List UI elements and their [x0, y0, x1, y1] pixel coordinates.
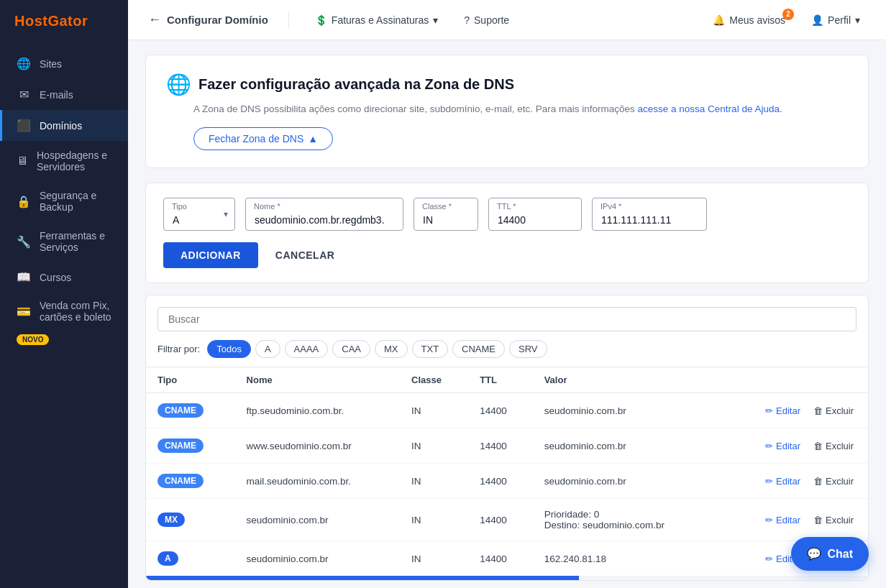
type-badge: A — [157, 551, 178, 566]
filter-mx-button[interactable]: MX — [375, 340, 408, 358]
col-valor: Valor — [533, 367, 718, 393]
content-area: 🌐 Fazer configuração avançada na Zona de… — [128, 40, 886, 588]
fechar-zona-dns-button[interactable]: Fechar Zona de DNS ▲ — [193, 127, 333, 150]
cell-actions: ✏ Editar 🗑 Excluir — [717, 464, 868, 499]
edit-icon: ✏ — [765, 553, 773, 564]
cell-nome: seudominio.com.br — [235, 541, 400, 576]
chat-label: Chat — [827, 548, 853, 561]
chat-icon: 💬 — [807, 547, 821, 561]
cell-tipo: MX — [146, 499, 235, 541]
sidebar-item-cursos[interactable]: 📖 Cursos — [0, 262, 128, 293]
search-input[interactable] — [157, 307, 857, 331]
edit-icon: ✏ — [765, 515, 773, 525]
delete-button[interactable]: 🗑 Excluir — [810, 513, 857, 527]
cell-tipo: A — [146, 541, 235, 576]
filter-a-button[interactable]: A — [255, 340, 280, 358]
central-ajuda-link[interactable]: acesse a nossa Central de Ajuda. — [638, 104, 782, 114]
ttl-input[interactable] — [488, 198, 582, 231]
cell-valor: 162.240.81.18 — [533, 541, 718, 576]
sidebar-item-label: Ferramentas e Serviços — [40, 230, 114, 253]
tipo-select[interactable]: A CNAME MX TXT AAAA CAA SRV — [163, 198, 235, 231]
dns-table-section: Filtrar por: Todos A AAAA CAA MX TXT CNA… — [145, 295, 869, 581]
classe-input[interactable] — [414, 198, 478, 231]
cancelar-button[interactable]: CANCELAR — [264, 242, 347, 268]
filter-aaaa-button[interactable]: AAAA — [285, 340, 329, 358]
table-row: MX seudominio.com.br IN 14400 Prioridade… — [146, 499, 868, 541]
delete-button[interactable]: 🗑 Excluir — [810, 404, 857, 418]
perfil-menu[interactable]: 👤 Perfil ▾ — [805, 12, 866, 29]
filter-caa-button[interactable]: CAA — [332, 340, 370, 358]
cell-ttl: 14400 — [468, 464, 533, 499]
sidebar-item-dominios[interactable]: ⬛ Domínios — [0, 110, 128, 141]
dns-form: Tipo A CNAME MX TXT AAAA CAA SRV ▾ Nome … — [145, 183, 869, 283]
seguranca-icon: 🔒 — [17, 195, 31, 208]
filter-txt-button[interactable]: TXT — [412, 340, 449, 358]
col-classe: Classe — [400, 367, 468, 393]
trash-icon: 🗑 — [813, 515, 823, 525]
table-row: A seudominio.com.br IN 14400 162.240.81.… — [146, 541, 868, 576]
perfil-label: Perfil — [828, 14, 851, 26]
cell-valor: seudominio.com.br — [533, 393, 718, 428]
cell-valor: seudominio.com.br — [533, 464, 718, 499]
delete-button[interactable]: 🗑 Excluir — [810, 474, 857, 488]
sidebar-item-sites[interactable]: 🌐 Sites — [0, 48, 128, 79]
cell-tipo: CNAME — [146, 464, 235, 499]
suporte-menu[interactable]: ? Suporte — [458, 12, 515, 29]
cell-actions: ✏ Editar 🗑 Excluir — [717, 393, 868, 428]
cell-ttl: 14400 — [468, 499, 533, 541]
cell-ttl: 14400 — [468, 428, 533, 464]
table-row: CNAME mail.seudominio.com.br. IN 14400 s… — [146, 464, 868, 499]
edit-button[interactable]: ✏ Editar — [762, 404, 803, 418]
faturas-label: Faturas e Assinaturas — [332, 14, 429, 26]
filter-label: Filtrar por: — [157, 344, 200, 354]
filter-srv-button[interactable]: SRV — [509, 340, 547, 358]
sidebar-item-ferramentas[interactable]: 🔧 Ferramentas e Serviços — [0, 221, 128, 262]
table-scroll-bar — [146, 576, 868, 580]
faturas-menu[interactable]: 💲 Faturas e Assinaturas ▾ — [309, 12, 444, 29]
sidebar-item-venda[interactable]: 💳 Venda com Pix, cartões e boleto NOVO — [0, 293, 128, 352]
sidebar-item-seguranca[interactable]: 🔒 Segurança e Backup — [0, 181, 128, 221]
edit-icon: ✏ — [765, 405, 773, 416]
type-badge: CNAME — [157, 403, 204, 418]
edit-button[interactable]: ✏ Editar — [762, 474, 803, 488]
edit-button[interactable]: ✏ Editar — [762, 439, 803, 453]
ipv4-field-group: IPv4 * — [592, 198, 707, 231]
user-icon: 👤 — [811, 14, 823, 26]
sidebar-item-emails[interactable]: ✉ E-mails — [0, 79, 128, 110]
delete-button[interactable]: 🗑 Excluir — [810, 439, 857, 453]
adicionar-button[interactable]: ADICIONAR — [163, 242, 258, 268]
cell-classe: IN — [400, 393, 468, 428]
dns-description: A Zona de DNS possibilita ações como dir… — [193, 104, 848, 114]
back-arrow-icon: ← — [148, 12, 161, 27]
sidebar-item-label: Cursos — [40, 272, 71, 283]
sidebar-item-hospedagens[interactable]: 🖥 Hospedagens e Servidores — [0, 141, 128, 181]
brand-logo[interactable]: HostGator — [0, 0, 128, 42]
suporte-label: Suporte — [474, 14, 509, 26]
filter-todos-button[interactable]: Todos — [207, 340, 251, 358]
cell-valor: Prioridade: 0Destino: seudominio.com.br — [533, 499, 718, 541]
chevron-down-icon: ▾ — [855, 14, 860, 26]
col-nome: Nome — [235, 367, 400, 393]
nome-input[interactable] — [245, 198, 403, 231]
sidebar-item-label: Venda com Pix, cartões e boleto — [40, 300, 114, 323]
avisos-menu[interactable]: 2 🔔 Meus avisos — [707, 12, 791, 29]
cell-classe: IN — [400, 541, 468, 576]
edit-icon: ✏ — [765, 476, 773, 487]
form-fields-row: Tipo A CNAME MX TXT AAAA CAA SRV ▾ Nome … — [163, 198, 851, 231]
edit-icon: ✏ — [765, 441, 773, 451]
ipv4-input[interactable] — [592, 198, 707, 231]
edit-button[interactable]: ✏ Editar — [762, 513, 803, 527]
back-button[interactable]: ← Configurar Domínio — [148, 12, 268, 27]
sidebar-item-label: Segurança e Backup — [40, 190, 114, 213]
sidebar-item-label: Hospedagens e Servidores — [37, 150, 114, 173]
main-area: ← Configurar Domínio 💲 Faturas e Assinat… — [128, 0, 886, 588]
type-badge: CNAME — [157, 438, 204, 453]
dns-section-title: Fazer configuração avançada na Zona de D… — [198, 76, 514, 93]
dominios-icon: ⬛ — [17, 119, 31, 132]
chat-button[interactable]: 💬 Chat — [791, 537, 869, 571]
filter-cname-button[interactable]: CNAME — [452, 340, 505, 358]
classe-field-group: Classe * — [414, 198, 478, 231]
cell-nome: ftp.seudominio.com.br. — [235, 393, 400, 428]
nav-divider — [288, 12, 289, 29]
cell-tipo: CNAME — [146, 393, 235, 428]
